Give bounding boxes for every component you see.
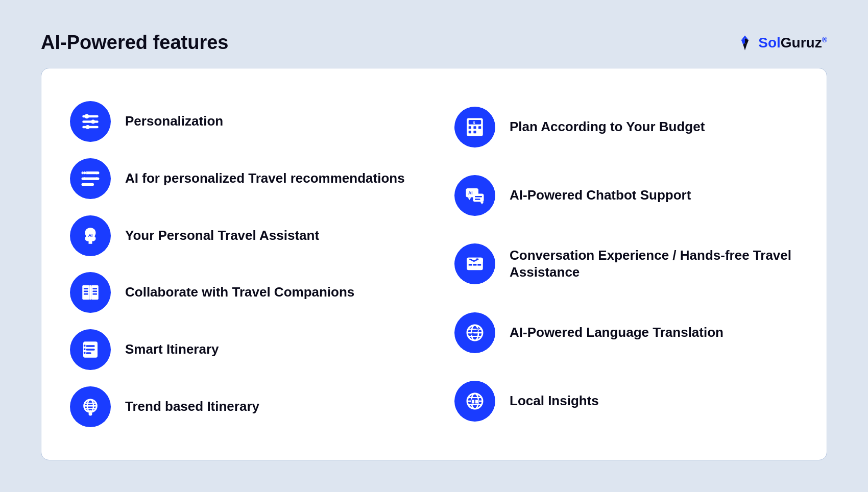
feature-item-collaborate: Collaborate with Travel Companions (70, 268, 414, 317)
hands-free-label: Conversation Experience / Hands-free Tra… (510, 247, 798, 282)
svg-rect-28 (86, 349, 95, 351)
svg-rect-29 (86, 352, 91, 354)
svg-point-14 (95, 171, 98, 174)
local-insights-label: Local Insights (510, 392, 599, 410)
header: AI-Powered features SolGuruz® (41, 32, 827, 54)
book-open-icon (80, 282, 101, 303)
feature-item-translation: A 文 AI-Powered Language Translation (454, 308, 798, 357)
svg-rect-57 (477, 264, 481, 266)
svg-rect-55 (469, 264, 472, 266)
svg-rect-45 (473, 131, 476, 133)
svg-rect-24 (92, 291, 97, 292)
svg-rect-42 (473, 126, 476, 129)
translation-icon-circle: A 文 (454, 312, 495, 353)
personalization-label: Personalization (125, 113, 223, 130)
features-grid: Personalization (70, 93, 798, 435)
svg-text:AI: AI (88, 232, 93, 237)
translation-label: AI-Powered Language Translation (510, 324, 724, 341)
content-card: Personalization (41, 68, 827, 460)
svg-rect-20 (84, 288, 88, 290)
svg-point-4 (85, 114, 89, 118)
svg-point-11 (83, 171, 86, 174)
svg-rect-49 (473, 194, 484, 202)
svg-rect-27 (86, 345, 95, 347)
svg-rect-50 (475, 196, 482, 198)
svg-rect-44 (469, 131, 471, 133)
brain-ai-icon: AI (80, 225, 101, 247)
svg-rect-73 (475, 400, 478, 403)
smart-itinerary-label: Smart Itinerary (125, 341, 219, 358)
svg-point-12 (83, 177, 86, 180)
feature-item-local-insights: Local Insights (454, 377, 798, 426)
ai-chat-icon: AI (464, 185, 486, 206)
svg-rect-17 (82, 285, 89, 300)
feature-item-personalization: Personalization (70, 97, 414, 146)
sliders-icon (80, 111, 101, 132)
svg-rect-43 (478, 126, 481, 129)
calendar-arrow-icon (464, 253, 486, 275)
svg-rect-25 (92, 293, 97, 295)
svg-rect-23 (92, 288, 97, 290)
page-wrapper: AI-Powered features SolGuruz® (20, 16, 848, 476)
svg-rect-72 (472, 400, 474, 403)
globe-book-icon (464, 390, 486, 412)
svg-point-6 (86, 125, 90, 129)
hands-free-icon-circle (454, 243, 495, 284)
logo-text: SolGuruz® (758, 35, 827, 51)
feature-item-ai-travel-rec: AI for personalized Travel recommendatio… (70, 154, 414, 203)
chatbot-label: AI-Powered Chatbot Support (510, 187, 691, 204)
svg-point-13 (83, 183, 86, 185)
translate-icon: A 文 (464, 322, 486, 343)
svg-rect-2 (82, 126, 99, 128)
left-column: Personalization (70, 93, 434, 435)
feature-item-chatbot: AI AI-Powered Chatbot Support (454, 171, 798, 220)
svg-rect-19 (89, 285, 91, 300)
checklist-icon (80, 339, 101, 360)
feature-item-budget-plan: $ Plan According to Your Budget (454, 103, 798, 152)
svg-rect-1 (82, 120, 99, 122)
personalization-icon-circle (70, 101, 111, 142)
ai-travel-rec-icon-circle (70, 158, 111, 199)
local-insights-icon-circle (454, 381, 495, 422)
svg-text:$: $ (473, 121, 475, 125)
svg-point-15 (95, 177, 98, 180)
svg-rect-30 (84, 345, 86, 347)
budget-plan-label: Plan According to Your Budget (510, 118, 705, 136)
page-title: AI-Powered features (41, 32, 228, 54)
feature-item-personal-assistant: AI Your Personal Travel Assistant (70, 211, 414, 260)
ai-travel-rec-label: AI for personalized Travel recommendatio… (125, 170, 405, 187)
trend-itinerary-icon-circle (70, 386, 111, 427)
svg-rect-51 (475, 199, 480, 200)
feature-item-hands-free: Conversation Experience / Hands-free Tra… (454, 239, 798, 288)
feature-item-smart-itinerary: Smart Itinerary (70, 325, 414, 374)
budget-plan-icon-circle: $ (454, 107, 495, 147)
feature-item-trend-itinerary: Trend based Itinerary (70, 382, 414, 431)
svg-rect-32 (84, 352, 86, 354)
stars-icon (80, 168, 101, 189)
svg-rect-41 (469, 126, 471, 129)
svg-rect-31 (84, 349, 86, 351)
personal-assistant-icon-circle: AI (70, 215, 111, 256)
chatbot-icon-circle: AI (454, 175, 495, 216)
right-column: $ Plan According to Your Budget AI (434, 93, 798, 435)
svg-point-5 (91, 119, 95, 124)
budget-calc-icon: $ (464, 116, 486, 138)
collaborate-label: Collaborate with Travel Companions (125, 284, 354, 301)
collaborate-icon-circle (70, 272, 111, 313)
svg-point-38 (89, 412, 92, 416)
globe-pin-icon (80, 396, 101, 417)
svg-text:文: 文 (476, 328, 479, 332)
svg-rect-18 (91, 285, 99, 300)
svg-text:A: A (471, 330, 474, 335)
svg-rect-56 (473, 264, 477, 266)
trend-itinerary-label: Trend based Itinerary (125, 398, 259, 415)
logo-area: SolGuruz® (736, 34, 827, 52)
personal-assistant-label: Your Personal Travel Assistant (125, 227, 319, 244)
svg-rect-22 (84, 293, 88, 295)
svg-text:AI: AI (468, 191, 473, 196)
smart-itinerary-icon-circle (70, 329, 111, 370)
logo-icon (736, 34, 754, 52)
svg-rect-21 (84, 291, 88, 292)
